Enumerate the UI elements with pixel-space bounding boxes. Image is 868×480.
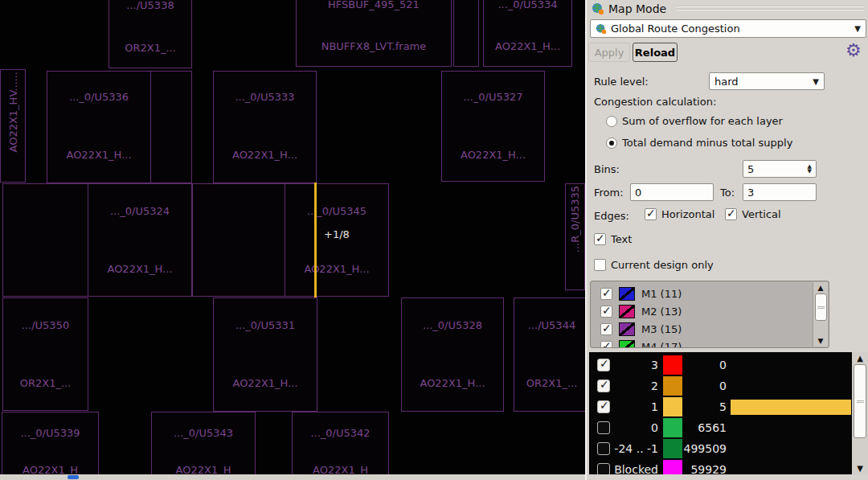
from-label: From:	[594, 187, 624, 199]
panel-title: Map Mode	[608, 2, 666, 15]
panel-titlebar[interactable]: Map Mode	[592, 2, 666, 15]
cell-u5336[interactable]: ..._0/U5336AO22X1_H...	[47, 71, 151, 183]
histogram-rows: 30201506561-24 .. -1499509Blocked59929	[589, 352, 868, 474]
text-checkbox[interactable]: Text	[594, 233, 632, 245]
cell-name-label-vertical: AO22X1_HV...	[7, 81, 19, 153]
bin-count-value: 5	[682, 400, 727, 413]
histogram-scrollbar[interactable]: ▲ ▼	[852, 352, 868, 474]
apply-button[interactable]: Apply	[588, 43, 630, 62]
checkbox-icon[interactable]	[594, 233, 606, 245]
scrollbar-thumb[interactable]	[815, 293, 827, 321]
bin-color-swatch	[663, 439, 682, 458]
cell-u5334[interactable]: ..._0/U5334AO22X1_H...	[483, 0, 572, 67]
checkbox-icon[interactable]	[597, 463, 610, 474]
map-mode-select[interactable]: Global Route Congestion ▼	[590, 19, 866, 38]
layer-list-scrollbar[interactable]: ▲ ▼	[813, 282, 828, 347]
canvas-scrollbar-thumb[interactable]	[68, 475, 79, 479]
spinner-arrows-icon[interactable]: ▲▼	[808, 164, 812, 174]
cell-hfsbuf[interactable]: HFSBUF_495_521NBUFFX8_LVT.frame	[296, 0, 452, 67]
checkbox-icon[interactable]	[645, 208, 657, 220]
cell-u5333[interactable]: ..._0/U5333AO22X1_H...	[213, 71, 317, 183]
cell-name-label: ..._0/U5331	[214, 319, 317, 331]
cell-name-label: AO22X1_H...	[285, 263, 388, 275]
cell-u5342[interactable]: ..._0/U5342AO22X1_H	[292, 412, 389, 480]
cell-u5345[interactable]: ..._0/U5345+1/8AO22X1_H...	[285, 183, 389, 297]
application-window: .../U5338OR2X1_...HFSBUF_495_521NBUFFX8_…	[0, 0, 868, 480]
bins-spinbox[interactable]: 5 ▲▼	[743, 160, 817, 178]
bin-range-label: 3	[610, 359, 658, 371]
checkbox-icon[interactable]	[600, 306, 612, 318]
edges-label: Edges:	[594, 210, 629, 222]
radio-sum-overflow[interactable]: Sum of overflow for each layer	[606, 115, 783, 127]
scroll-up-icon[interactable]: ▲	[818, 282, 824, 293]
rule-level-select[interactable]: hard ▼	[709, 72, 825, 90]
current-design-checkbox[interactable]: Current design only	[594, 259, 714, 271]
canvas-horizontal-scrollbar[interactable]	[0, 474, 585, 480]
checkbox-icon[interactable]	[597, 421, 610, 434]
bin-count-value: 6561	[682, 421, 727, 434]
histogram-row[interactable]: Blocked59929	[589, 459, 868, 474]
layer-row[interactable]: M4 (17)	[591, 338, 829, 348]
checkbox-icon[interactable]	[600, 288, 612, 300]
radio-total-label: Total demand minus total supply	[622, 137, 792, 149]
layer-label: M2 (13)	[641, 306, 682, 318]
layer-list[interactable]: M1 (11)M2 (13)M3 (15)M4 (17) ▲ ▼	[590, 281, 829, 348]
checkbox-icon[interactable]	[597, 442, 610, 455]
checkbox-icon[interactable]	[597, 359, 610, 371]
cell-u5327[interactable]: ..._0/U5327AO22X1_H...	[441, 71, 545, 182]
cell-name-label: .../U5350	[3, 319, 88, 331]
cell-u5324[interactable]: ..._0/U5324AO22X1_H...	[88, 183, 192, 297]
cell-u5328[interactable]: ..._0/U5328AO22X1_H...	[401, 297, 504, 412]
map-mode-select-value: Global Route Congestion	[611, 23, 740, 35]
cell-vcell-hv[interactable]: ...AO22X1_HV...	[0, 69, 26, 183]
from-input[interactable]: 0	[630, 183, 714, 201]
congestion-edge-marker[interactable]	[314, 183, 317, 297]
histogram-row[interactable]: 30	[589, 355, 868, 375]
layer-label: M4 (17)	[641, 341, 682, 349]
cell-u5331[interactable]: ..._0/U5331AO22X1_H...	[213, 297, 317, 412]
cell-empty-d[interactable]	[192, 183, 285, 297]
checkbox-icon[interactable]	[725, 208, 737, 220]
cell-vcell-u5335[interactable]: ...R_0/U5335	[565, 183, 585, 290]
layer-row[interactable]: M2 (13)	[591, 302, 829, 320]
cell-empty-c[interactable]	[2, 183, 88, 297]
cell-u5343[interactable]: ..._0/U5343AO22X1_H	[151, 412, 256, 480]
layer-row[interactable]: M3 (15)	[591, 320, 829, 338]
radio-icon[interactable]	[606, 116, 617, 127]
cell-name-label: AO22X1_H...	[214, 377, 317, 389]
radio-icon[interactable]	[606, 137, 617, 149]
to-input[interactable]: 3	[743, 183, 817, 201]
checkbox-icon[interactable]	[600, 341, 612, 349]
cell-u5338[interactable]: .../U5338OR2X1_...	[108, 0, 192, 68]
edge-horizontal-checkbox[interactable]: Horizontal	[645, 208, 714, 220]
gear-icon[interactable]: ⚙	[845, 40, 862, 60]
histogram-row[interactable]: 06561	[589, 417, 868, 438]
bin-range-label: -24 .. -1	[610, 442, 658, 455]
checkbox-icon[interactable]	[600, 323, 612, 335]
scroll-down-icon[interactable]: ▼	[818, 335, 824, 347]
scroll-up-icon[interactable]: ▲	[857, 352, 863, 364]
checkbox-icon[interactable]	[597, 379, 610, 392]
bin-histogram-bar	[731, 400, 851, 415]
congestion-histogram[interactable]: 30201506561-24 .. -1499509Blocked59929 ▲…	[589, 352, 868, 474]
reload-button[interactable]: Reload	[633, 43, 678, 62]
histogram-row[interactable]: -24 .. -1499509	[589, 438, 868, 459]
cell-name-label: ..._0/U5343	[152, 427, 255, 439]
edge-horizontal-label: Horizontal	[661, 208, 714, 220]
checkbox-icon[interactable]	[597, 400, 610, 413]
radio-total-demand[interactable]: Total demand minus total supply	[606, 137, 792, 149]
histogram-row[interactable]: 15	[589, 396, 868, 417]
histogram-row[interactable]: 20	[589, 375, 868, 396]
layout-canvas[interactable]: .../U5338OR2X1_...HFSBUF_495_521NBUFFX8_…	[0, 0, 585, 480]
scroll-down-icon[interactable]: ▼	[857, 462, 863, 474]
edge-vertical-checkbox[interactable]: Vertical	[725, 208, 781, 220]
layer-row[interactable]: M1 (11)	[591, 285, 829, 302]
cell-u5339[interactable]: ..._0/U5339AO22X1_H	[2, 412, 99, 480]
scrollbar-thumb[interactable]	[854, 364, 866, 438]
cell-u5344[interactable]: .../U5344OR2X1_...	[514, 297, 585, 412]
panel-drag-handle[interactable]	[677, 6, 865, 12]
checkbox-icon[interactable]	[594, 259, 606, 271]
cell-empty-a[interactable]	[453, 0, 479, 67]
cell-u5350[interactable]: .../U5350OR2X1_...	[2, 297, 88, 411]
cell-empty-b[interactable]	[150, 71, 192, 183]
